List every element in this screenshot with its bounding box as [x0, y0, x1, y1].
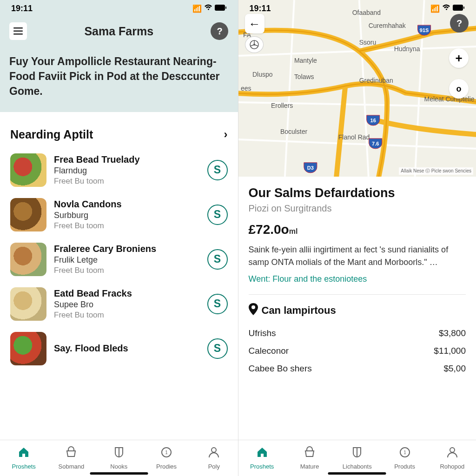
menu-button[interactable] [9, 22, 27, 40]
section-header[interactable]: Nearding Aptilt › [0, 126, 238, 148]
tab-lichabonts[interactable]: Lichabonts [333, 440, 381, 476]
price-value: £72.0o [249, 222, 289, 237]
svg-rect-10 [238, 0, 476, 177]
map[interactable]: OfaabandCuremhahakSsoruHudnynaFAMantyleD… [238, 0, 476, 177]
food-meta: Freet Bu toom [54, 221, 200, 231]
tab-nooks[interactable]: Nooks [95, 440, 143, 476]
tab-label: Proshets [250, 463, 274, 470]
tab-label: Proshets [12, 463, 35, 470]
detail-panel: Our Salms Defaırdations Piozi on Surgitr… [238, 177, 476, 476]
tab-label: Produts [394, 463, 415, 470]
clock: 19:11 [250, 4, 271, 13]
tab-rohopod[interactable]: Rohopod [429, 440, 476, 476]
tab-label: Poly [208, 463, 220, 470]
price-badge[interactable]: S [207, 338, 228, 359]
svg-text:16: 16 [370, 118, 376, 123]
price-badge[interactable]: S [207, 294, 228, 314]
food-meta: Freet Bu toom [54, 311, 200, 320]
price-unit: ml [289, 227, 298, 235]
route-shield-icon: 7.6 [369, 139, 382, 149]
price-badge[interactable]: S [207, 205, 228, 225]
food-sub: Frulik Letge [54, 255, 200, 265]
cost-row: Ufrishs$3,800 [249, 324, 466, 342]
map-label: Flanol Rad [338, 133, 370, 141]
svg-point-22 [450, 448, 455, 452]
tab-icon [65, 446, 77, 461]
tab-produts[interactable]: 1Produts [381, 440, 428, 476]
divider [249, 294, 466, 295]
food-info: Eatd Bead Fracks Supee Bro Freet Bu toom [54, 288, 200, 320]
battery-icon [215, 4, 227, 13]
tab-sobmand[interactable]: Sobmand [47, 440, 95, 476]
tab-prodies[interactable]: 1Prodies [143, 440, 190, 476]
clock: 19:11 [11, 4, 33, 13]
home-indicator [328, 472, 386, 475]
statusbar: 19:11 📶 [238, 0, 476, 17]
cost-value: $5,00 [443, 364, 466, 374]
detail-link[interactable]: Went: Flour and the estoniotees [249, 274, 367, 284]
route-shield-icon: 16 [366, 115, 379, 126]
location-title: Can lampirtous [262, 304, 336, 317]
tab-icon [18, 446, 30, 461]
tab-icon: 1 [399, 446, 411, 461]
svg-rect-9 [463, 7, 464, 9]
food-info: Fraleree Cary Broniens Frulik Letge Free… [54, 244, 200, 275]
svg-text:1: 1 [165, 450, 168, 455]
food-meta: Freet Bu toom [54, 177, 200, 186]
food-item[interactable]: Fraleree Cary Broniens Frulik Letge Free… [10, 237, 228, 282]
hero-area: 19:11 📶 Sama Farms ? Fuy Your Ampollicle… [0, 0, 238, 112]
statusbar: 19:11 📶 [0, 0, 238, 17]
svg-rect-8 [453, 5, 463, 11]
zoom-in-button[interactable]: + [449, 48, 469, 68]
list-card: Nearding Aptilt › Frea Bead Truelady Fla… [0, 117, 238, 476]
detail-title: Our Salms Defaırdations [249, 186, 466, 200]
location-header: Can lampirtous [249, 303, 466, 318]
tab-label: Rohopod [440, 463, 464, 470]
hero-text: Fuy Your Ampollicle Restaurant Nearing-F… [0, 40, 238, 104]
price-badge[interactable]: S [207, 160, 228, 180]
chevron-right-icon: › [224, 128, 228, 141]
food-item[interactable]: Frea Bead Truelady Flarndug Freet Bu too… [10, 148, 228, 192]
map-label: Ssoru [359, 39, 376, 46]
map-label: Mantyle [294, 57, 317, 64]
locate-button[interactable]: o [449, 79, 469, 99]
food-image [10, 243, 46, 276]
back-button[interactable]: ← [245, 14, 264, 33]
food-item[interactable]: Novla Candons Surbburg Freet Bu toom S [10, 192, 228, 237]
app-title: Sama Farms [84, 25, 153, 38]
price-badge[interactable]: S [207, 249, 228, 270]
food-name: Novla Candons [54, 199, 200, 210]
cost-list: Ufrishs$3,800Caleconor$11,000Cabee Bo sh… [249, 324, 466, 377]
tab-icon [351, 446, 363, 461]
steering-icon[interactable] [245, 36, 264, 53]
tab-label: Sobmand [59, 463, 85, 470]
food-item[interactable]: Eatd Bead Fracks Supee Bro Freet Bu toom… [10, 282, 228, 326]
cost-row: Cabee Bo shers$5,00 [249, 360, 466, 377]
map-svg: OfaabandCuremhahakSsoruHudnynaFAMantyleD… [238, 0, 476, 177]
tabbar-left: ProshetsSobmandNooks1ProdiesPoly [0, 440, 238, 476]
tab-proshets[interactable]: Proshets [0, 440, 47, 476]
food-item[interactable]: Say. Flood Bleds S [10, 326, 228, 371]
food-info: Say. Flood Bleds [54, 343, 200, 354]
tab-icon [446, 446, 458, 461]
tab-label: Lichabonts [343, 463, 372, 470]
svg-text:D3: D3 [307, 165, 313, 171]
wifi-icon [204, 4, 212, 13]
signal-icon: 📶 [192, 4, 202, 13]
header-row: Sama Farms ? [0, 17, 238, 40]
svg-point-7 [212, 448, 216, 452]
help-button[interactable]: ? [211, 22, 228, 40]
food-sub: Surbburg [54, 211, 200, 220]
tab-icon [113, 446, 125, 461]
cost-value: $11,000 [434, 346, 466, 356]
detail-subtitle: Piozi on Surgitrands [249, 203, 466, 214]
home-indicator [90, 472, 148, 475]
tab-poly[interactable]: Poly [190, 440, 238, 476]
help-button[interactable]: ? [450, 14, 469, 33]
tab-mature[interactable]: Mature [286, 440, 333, 476]
tab-proshets[interactable]: Proshets [238, 440, 286, 476]
map-attribution: Allaik Nese ⓒ Picle swon Sencies [399, 167, 473, 175]
pin-icon [249, 303, 258, 318]
tab-icon [304, 446, 316, 461]
map-label: Hudnyna [394, 45, 420, 53]
